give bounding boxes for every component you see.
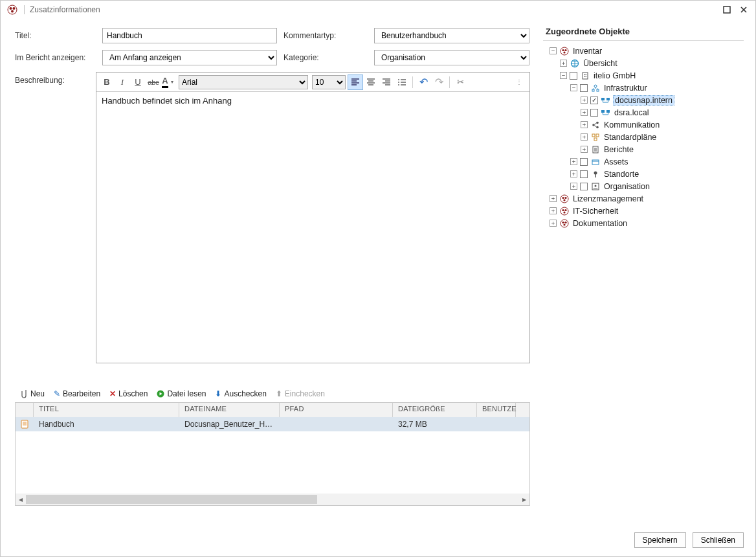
scroll-right-icon[interactable]: ▸ (519, 494, 529, 505)
footer: Speichern Schließen (1, 524, 755, 556)
svg-point-46 (561, 220, 568, 227)
svg-rect-15 (583, 73, 588, 79)
undo-button[interactable]: ↶ (416, 74, 431, 90)
svg-point-27 (592, 124, 595, 126)
expander-icon[interactable]: + (581, 97, 588, 104)
grid-header-title[interactable]: TITEL (34, 403, 179, 417)
select-commenttype[interactable]: Benutzerhandbuch (374, 28, 529, 43)
font-size-select[interactable]: 10 (312, 75, 346, 89)
select-report[interactable]: Am Anfang anzeigen (102, 50, 277, 65)
expander-icon[interactable]: + (570, 170, 577, 177)
expander-icon[interactable]: + (570, 183, 577, 190)
align-center-button[interactable] (363, 74, 379, 90)
checkbox[interactable] (580, 84, 588, 92)
tree-node-dokumentation[interactable]: + Dokumentation (543, 217, 744, 229)
content: Titel: Kommentartyp: Benutzerhandbuch Im… (1, 19, 755, 524)
checkbox[interactable] (580, 183, 588, 190)
grid-header-user[interactable]: BENUTZE (477, 403, 516, 417)
checkbox[interactable] (580, 170, 588, 178)
attach-new-button[interactable]: Neu (20, 389, 45, 398)
save-button[interactable]: Speichern (634, 532, 686, 548)
scroll-left-icon[interactable]: ◂ (16, 494, 26, 505)
tree-node-inventar[interactable]: − Inventar (543, 45, 744, 57)
expander-icon[interactable]: + (560, 60, 567, 67)
font-name-select[interactable]: Arial (179, 75, 308, 89)
building-icon (580, 71, 590, 80)
titlebar-divider (24, 5, 25, 14)
expander-icon[interactable]: − (570, 84, 577, 91)
tree-node-berichte[interactable]: + Berichte (543, 143, 744, 155)
checkbox[interactable] (590, 109, 598, 117)
align-left-button[interactable] (348, 74, 363, 90)
select-category[interactable]: Organisation (374, 50, 529, 65)
expander-icon[interactable]: + (581, 146, 588, 153)
expander-icon[interactable]: − (550, 47, 557, 54)
svg-point-44 (564, 209, 566, 210)
checkbox[interactable] (570, 72, 577, 80)
expander-icon[interactable]: − (560, 72, 567, 79)
tree-node-docusnap-intern[interactable]: + docusnap.intern (543, 94, 744, 106)
tree-node-organisation[interactable]: + Organisation (543, 180, 744, 192)
attach-delete-button[interactable]: ✕ Löschen (109, 389, 148, 398)
svg-point-35 (594, 171, 597, 174)
tree-node-standorte[interactable]: + Standorte (543, 168, 744, 180)
maximize-button[interactable] (719, 3, 735, 16)
expander-icon[interactable]: + (581, 109, 588, 116)
font-color-button[interactable]: A ▾ (161, 74, 177, 90)
grid-header-filename[interactable]: DATEINAME (179, 403, 280, 417)
svg-point-49 (563, 223, 565, 225)
expander-icon[interactable]: + (581, 133, 588, 141)
editor-toolbar: B I U abc A ▾ Arial 10 (96, 73, 529, 92)
expander-icon[interactable]: + (570, 158, 577, 165)
tree-node-infrastruktur[interactable]: − Infrastruktur (543, 82, 744, 94)
tree-node-assets[interactable]: + Assets (543, 155, 744, 168)
bold-button[interactable]: B (99, 74, 115, 90)
svg-rect-22 (597, 89, 599, 91)
rich-text-editor: B I U abc A ▾ Arial 10 (96, 72, 530, 363)
app-icon (559, 218, 569, 228)
download-icon: ⬇ (215, 389, 221, 398)
align-right-button[interactable] (379, 74, 394, 90)
toolbar-overflow-button[interactable]: ⋮ (511, 74, 527, 90)
attach-checkout-button[interactable]: ⬇ Auschecken (215, 389, 266, 398)
grid-header-filesize[interactable]: DATEIGRÖßE (393, 403, 477, 417)
close-footer-button[interactable]: Schließen (693, 532, 744, 548)
svg-point-29 (596, 126, 599, 128)
svg-rect-32 (594, 138, 597, 141)
expander-icon[interactable]: + (550, 195, 557, 202)
app-icon (559, 46, 569, 56)
grid-header-path[interactable]: PFAD (280, 403, 393, 417)
grid-header: TITEL DATEINAME PFAD DATEIGRÖßE BENUTZE (16, 403, 529, 417)
bullet-list-button[interactable] (394, 74, 410, 90)
tree-node-dsra-local[interactable]: + dsra.local (543, 106, 744, 119)
tree-node-standardplaene[interactable]: + Standardpläne (543, 131, 744, 143)
checkbox[interactable] (590, 97, 598, 104)
globe-icon (570, 58, 579, 68)
redo-button[interactable]: ↷ (431, 74, 447, 90)
close-button[interactable] (736, 3, 751, 16)
underline-button[interactable]: U (130, 74, 146, 90)
tree-node-kommunikation[interactable]: + Kommunikation (543, 119, 744, 131)
attach-read-button[interactable]: Datei lesen (157, 389, 206, 398)
tree-node-it-sicherheit[interactable]: + IT-Sicherheit (543, 205, 744, 217)
play-icon (157, 390, 164, 398)
strike-button[interactable]: abc (146, 74, 161, 90)
tree-node-lizenz[interactable]: + Lizenzmanagement (543, 192, 744, 205)
italic-button[interactable]: I (115, 74, 130, 90)
expander-icon[interactable]: + (550, 207, 557, 214)
tree-node-itelio[interactable]: − itelio GmbH (543, 69, 744, 82)
cut-button[interactable]: ✂ (452, 74, 468, 90)
grid-header-icon[interactable] (16, 403, 34, 417)
tree-node-uebersicht[interactable]: + Übersicht (543, 57, 744, 69)
input-title[interactable] (102, 28, 277, 43)
grid-scrollbar[interactable]: ◂ ▸ (16, 494, 529, 505)
grid-row[interactable]: Handbuch Docusnap_Benutzer_Han... 32,7 M… (16, 417, 529, 431)
expander-icon[interactable]: + (581, 121, 588, 128)
app-icon (559, 194, 569, 203)
checkbox[interactable] (580, 158, 588, 166)
app-icon (7, 5, 17, 15)
x-icon: ✕ (109, 389, 116, 398)
expander-icon[interactable]: + (550, 220, 557, 227)
editor-body[interactable]: Handbuch befindet sich im Anhang (96, 92, 529, 363)
attach-edit-button[interactable]: ✎ Bearbeiten (54, 389, 100, 398)
